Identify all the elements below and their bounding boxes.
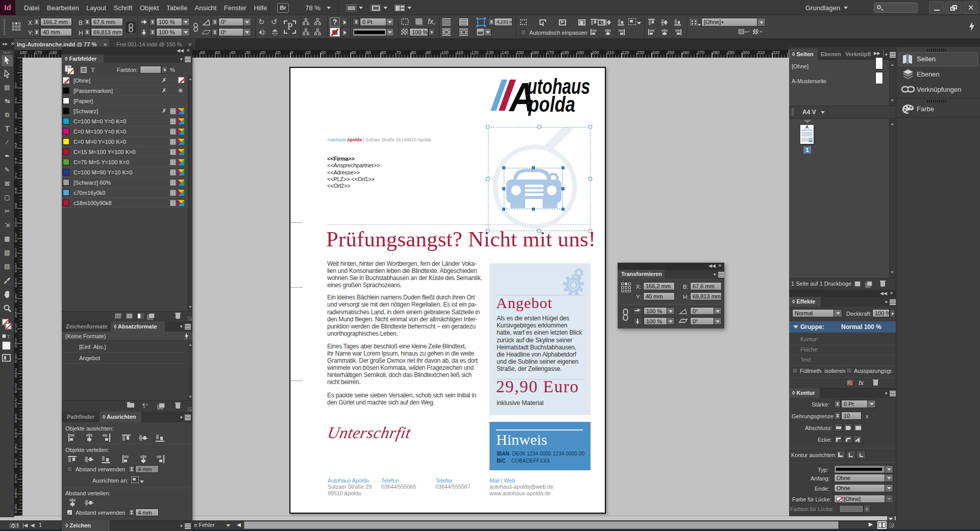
svg-text:polda: polda	[528, 92, 575, 116]
